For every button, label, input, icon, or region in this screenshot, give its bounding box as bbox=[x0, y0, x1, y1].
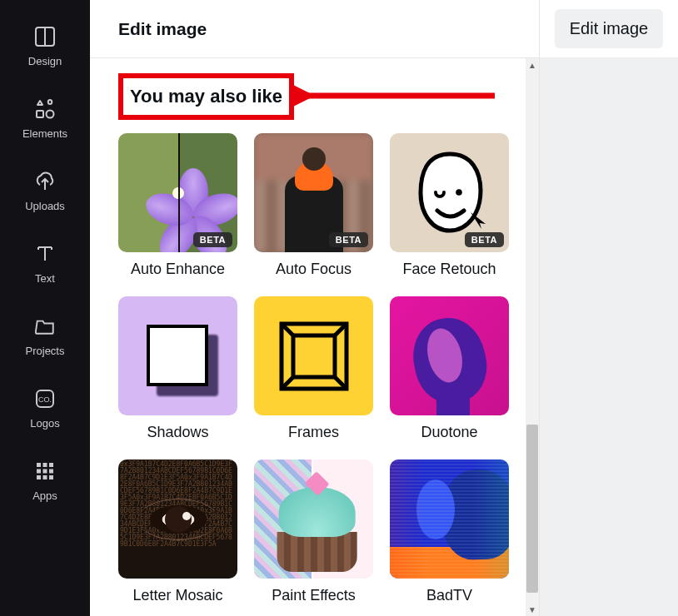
face-icon bbox=[404, 147, 496, 239]
tile-shadows[interactable]: Shadows bbox=[118, 296, 237, 441]
scroll-down-icon[interactable]: ▼ bbox=[526, 603, 539, 616]
tile-label: Letter Mosaic bbox=[132, 587, 222, 604]
svg-rect-13 bbox=[49, 463, 53, 467]
svg-rect-11 bbox=[37, 463, 41, 467]
tile-frames[interactable]: Frames bbox=[254, 296, 373, 441]
apps-icon bbox=[33, 460, 57, 483]
svg-rect-2 bbox=[37, 111, 43, 117]
tile-label: Paint Effects bbox=[272, 587, 356, 604]
svg-rect-17 bbox=[37, 475, 41, 479]
svg-rect-16 bbox=[49, 469, 53, 474]
thumb-auto-enhance: BETA bbox=[118, 133, 237, 252]
svg-rect-14 bbox=[37, 469, 41, 474]
sidebar: Design Elements Uploads Text bbox=[0, 0, 90, 616]
svg-rect-19 bbox=[49, 475, 53, 479]
sidebar-item-uploads[interactable]: Uploads bbox=[0, 156, 90, 229]
tile-label: Frames bbox=[288, 424, 339, 441]
thumb-face-retouch: BETA bbox=[390, 133, 509, 252]
tile-label: BadTV bbox=[426, 587, 472, 604]
svg-rect-12 bbox=[43, 463, 47, 467]
sidebar-item-elements[interactable]: Elements bbox=[0, 84, 90, 156]
canvas-area bbox=[540, 58, 678, 616]
svg-point-20 bbox=[456, 189, 462, 196]
panel-header: Edit image bbox=[90, 0, 539, 58]
tile-label: Duotone bbox=[421, 424, 477, 441]
sidebar-item-label: Design bbox=[28, 55, 62, 67]
top-toolbar: Edit image bbox=[540, 0, 678, 58]
uploads-icon bbox=[33, 170, 57, 193]
tile-face-retouch[interactable]: BETA Face Retouch bbox=[390, 133, 509, 278]
thumb-paint-effects bbox=[254, 460, 373, 579]
sidebar-item-label: Uploads bbox=[25, 200, 65, 212]
svg-rect-22 bbox=[293, 335, 335, 377]
section-heading-you-may-also-like: You may also like bbox=[118, 73, 294, 120]
thumb-letter-mosaic: 0x3F9A1B7C4D2E8F0A6B5C1D9E3F7A2B801234AB… bbox=[118, 460, 237, 579]
beta-badge: BETA bbox=[329, 232, 368, 247]
sidebar-item-apps[interactable]: Apps bbox=[0, 446, 90, 519]
sidebar-item-text[interactable]: Text bbox=[0, 229, 90, 301]
sidebar-item-design[interactable]: Design bbox=[0, 12, 90, 84]
tile-badtv[interactable]: BadTV bbox=[390, 460, 509, 604]
beta-badge: BETA bbox=[193, 232, 232, 247]
svg-text:CO.: CO. bbox=[38, 395, 52, 404]
effects-grid: BETA Auto Enhance BETA Auto Focus bbox=[118, 133, 511, 604]
tile-auto-enhance[interactable]: BETA Auto Enhance bbox=[118, 133, 237, 278]
edit-image-panel: Edit image You may also like BETA Auto E… bbox=[90, 0, 540, 616]
beta-badge: BETA bbox=[465, 232, 504, 247]
thumb-shadows bbox=[118, 296, 237, 415]
tile-label: Shadows bbox=[147, 424, 208, 441]
tile-label: Face Retouch bbox=[402, 261, 496, 278]
scrollbar-thumb[interactable] bbox=[526, 425, 538, 593]
cupcake-icon bbox=[278, 487, 355, 572]
tile-label: Auto Enhance bbox=[131, 261, 225, 278]
sidebar-item-label: Projects bbox=[26, 345, 65, 357]
frame-icon bbox=[277, 319, 351, 394]
tile-duotone[interactable]: Duotone bbox=[390, 296, 509, 441]
elements-icon bbox=[33, 97, 57, 121]
svg-point-3 bbox=[47, 111, 54, 118]
thumb-duotone bbox=[390, 296, 509, 415]
sidebar-item-label: Elements bbox=[22, 127, 67, 140]
sidebar-item-logos[interactable]: CO. Logos bbox=[0, 374, 90, 446]
sidebar-item-label: Text bbox=[35, 272, 55, 285]
projects-icon bbox=[33, 315, 57, 338]
svg-rect-15 bbox=[43, 469, 47, 474]
edit-image-button[interactable]: Edit image bbox=[555, 9, 664, 48]
sidebar-item-label: Apps bbox=[32, 489, 57, 502]
svg-rect-18 bbox=[43, 475, 47, 479]
design-icon bbox=[33, 25, 57, 48]
scrollbar[interactable]: ▲ ▼ bbox=[526, 58, 539, 616]
thumb-badtv bbox=[390, 460, 509, 579]
sidebar-item-projects[interactable]: Projects bbox=[0, 301, 90, 374]
tile-label: Auto Focus bbox=[276, 261, 351, 278]
sidebar-item-label: Logos bbox=[30, 417, 59, 430]
logos-icon: CO. bbox=[33, 387, 57, 410]
panel-body: You may also like BETA Auto Enhance bbox=[90, 58, 539, 616]
tile-letter-mosaic[interactable]: 0x3F9A1B7C4D2E8F0A6B5C1D9E3F7A2B801234AB… bbox=[118, 460, 237, 604]
text-icon bbox=[33, 242, 57, 266]
panel-title: Edit image bbox=[118, 19, 207, 39]
thumb-frames bbox=[254, 296, 373, 415]
square-icon bbox=[147, 325, 208, 386]
tile-auto-focus[interactable]: BETA Auto Focus bbox=[254, 133, 373, 278]
tile-paint-effects[interactable]: Paint Effects bbox=[254, 460, 373, 604]
thumb-auto-focus: BETA bbox=[254, 133, 373, 252]
scroll-up-icon[interactable]: ▲ bbox=[526, 58, 539, 72]
